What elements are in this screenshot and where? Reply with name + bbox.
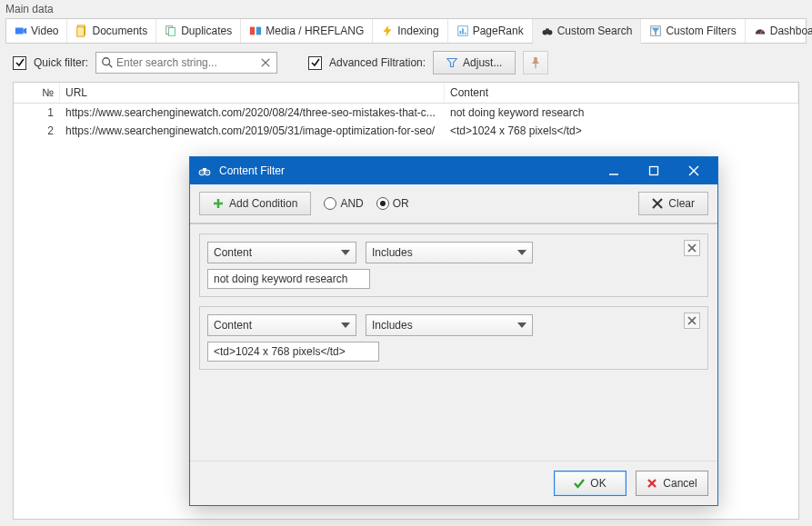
chevron-down-icon <box>517 323 526 328</box>
tab-custom-filters[interactable]: Custom Filters <box>641 19 745 43</box>
dialog-titlebar[interactable]: Content Filter <box>190 157 717 184</box>
tab-label: Duplicates <box>181 25 232 37</box>
col-header-url[interactable]: URL <box>60 83 445 103</box>
svg-point-21 <box>103 58 110 65</box>
and-label: AND <box>340 197 363 210</box>
quick-filter-search[interactable] <box>95 52 277 74</box>
col-header-content[interactable]: Content <box>445 83 798 103</box>
svg-marker-47 <box>517 323 526 328</box>
condition-value-input[interactable] <box>207 269 370 289</box>
tab-media-hreflang[interactable]: Media / HREFLANG <box>241 19 373 43</box>
tab-documents[interactable]: Documents <box>67 19 156 43</box>
tab-video[interactable]: Video <box>6 19 67 43</box>
condition-value-input[interactable] <box>207 342 379 362</box>
tab-dashboard[interactable]: Dashboard <box>746 19 812 43</box>
chevron-down-icon <box>341 323 350 328</box>
tab-label: Media / HREFLANG <box>266 25 364 37</box>
tab-label: Custom Search <box>557 25 633 37</box>
adv-filter-label: Advanced Filtration: <box>329 56 426 69</box>
add-condition-button[interactable]: Add Condition <box>199 192 311 215</box>
cell-url: https://www.searchenginewatch.com/2019/0… <box>60 122 445 140</box>
tab-label: Video <box>31 25 58 37</box>
svg-rect-6 <box>250 27 255 35</box>
content-filter-dialog: Content Filter Add Condition AND OR C <box>189 156 718 506</box>
clear-label: Clear <box>668 197 695 210</box>
chevron-down-icon <box>341 250 350 255</box>
minimize-button[interactable] <box>597 157 630 184</box>
funnel-icon <box>446 57 457 68</box>
add-condition-label: Add Condition <box>229 197 297 210</box>
col-header-no[interactable]: № <box>14 83 60 103</box>
clear-search-icon[interactable] <box>258 55 273 70</box>
combo-value: Includes <box>372 319 413 332</box>
svg-rect-3 <box>77 27 85 37</box>
cancel-button[interactable]: Cancel <box>636 471 708 496</box>
ok-button[interactable]: OK <box>554 471 627 496</box>
ok-label: OK <box>590 477 606 490</box>
logic-and-radio[interactable]: AND <box>324 197 363 210</box>
adjust-label: Adjust... <box>463 56 502 69</box>
pagerank-icon <box>456 25 469 37</box>
svg-marker-46 <box>341 323 350 328</box>
chevron-down-icon <box>517 250 526 255</box>
remove-condition-button[interactable] <box>684 240 700 256</box>
tab-label: Indexing <box>397 25 438 37</box>
binoculars-icon <box>197 164 212 178</box>
search-icon <box>100 55 115 70</box>
dialog-title: Content Filter <box>219 164 285 177</box>
svg-marker-42 <box>341 250 350 255</box>
svg-marker-8 <box>384 25 392 36</box>
adjust-button[interactable]: Adjust... <box>433 51 516 74</box>
cell-content: <td>1024 x 768 pixels</td> <box>445 122 798 140</box>
tab-bar: Video Documents Duplicates Media / HREFL… <box>5 18 807 44</box>
cell-content: not doing keyword research <box>445 104 798 122</box>
dialog-body: Content Includes Content <box>190 224 717 461</box>
condition-operator-select[interactable]: Includes <box>366 314 533 336</box>
or-label: OR <box>393 197 409 210</box>
combo-value: Content <box>214 246 252 259</box>
media-icon <box>249 25 262 37</box>
pin-filter-button[interactable] <box>523 51 548 74</box>
panel-title: Main data <box>0 0 812 18</box>
adv-filter-checkbox[interactable] <box>308 56 322 70</box>
table-row[interactable]: 1 https://www.searchenginewatch.com/2020… <box>14 104 798 122</box>
svg-rect-33 <box>650 167 658 175</box>
tab-custom-search[interactable]: Custom Search <box>533 19 642 44</box>
combo-value: Content <box>214 319 252 332</box>
tab-duplicates[interactable]: Duplicates <box>156 19 241 43</box>
cell-url: https://www.searchenginewatch.com/2020/0… <box>60 104 445 122</box>
filters-icon <box>649 25 662 37</box>
clear-button[interactable]: Clear <box>638 192 708 215</box>
table-row[interactable]: 2 https://www.searchenginewatch.com/2019… <box>14 122 798 140</box>
document-icon <box>75 25 88 37</box>
binoculars-icon <box>541 25 554 37</box>
remove-condition-button[interactable] <box>684 313 700 329</box>
tab-label: Dashboard <box>770 25 812 37</box>
bolt-icon <box>381 25 394 37</box>
svg-rect-31 <box>203 168 206 171</box>
filter-bar: Quick filter: Advanced Filtration: Adjus… <box>0 44 812 82</box>
quick-filter-checkbox[interactable] <box>13 56 26 70</box>
tab-pagerank[interactable]: PageRank <box>448 19 533 43</box>
svg-rect-15 <box>546 28 549 31</box>
cell-no: 2 <box>14 122 60 140</box>
condition-operator-select[interactable]: Includes <box>366 242 533 263</box>
cancel-label: Cancel <box>663 477 697 490</box>
svg-rect-12 <box>464 33 466 35</box>
condition-field-select[interactable]: Content <box>207 314 356 336</box>
condition-row: Content Includes <box>199 233 708 297</box>
combo-value: Includes <box>372 246 413 259</box>
dialog-footer: OK Cancel <box>190 461 717 505</box>
tab-indexing[interactable]: Indexing <box>373 19 447 43</box>
condition-row: Content Includes <box>199 306 708 370</box>
svg-marker-1 <box>24 28 27 35</box>
tab-label: PageRank <box>473 25 524 37</box>
condition-field-select[interactable]: Content <box>207 242 356 263</box>
maximize-button[interactable] <box>637 157 670 184</box>
tab-label: Documents <box>92 25 147 37</box>
search-input[interactable] <box>115 55 258 70</box>
logic-or-radio[interactable]: OR <box>376 197 409 210</box>
svg-rect-5 <box>169 28 175 36</box>
close-button[interactable] <box>677 157 710 184</box>
duplicates-icon <box>165 25 177 37</box>
